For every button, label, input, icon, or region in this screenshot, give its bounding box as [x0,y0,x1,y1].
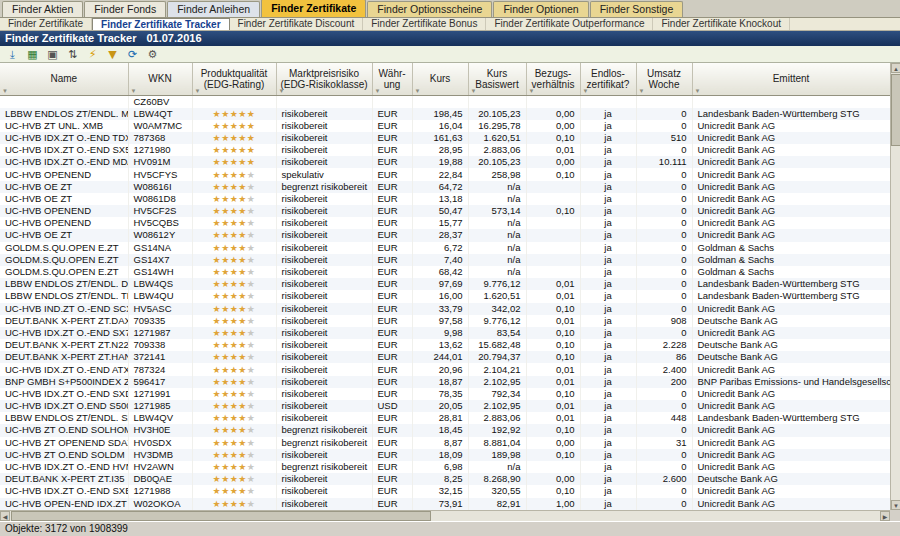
column-header-emittent[interactable]: Emittent▼ [692,63,890,95]
vertical-scroll-thumb[interactable] [891,74,900,146]
table-row[interactable]: DEUT.BANK X-PERT ZT.HANG372141★★★★★risik… [0,351,890,363]
column-header-cur[interactable]: Währ- ung▼ [372,63,412,95]
table-row[interactable]: UC-HVB ZT OPENEND SDAXIHV0SDX★★★★★begren… [0,437,890,449]
primary-tab-finder-aktien[interactable]: Finder Aktien [2,1,83,17]
primary-tab-finder-anleihen[interactable]: Finder Anleihen [167,1,260,17]
table-row[interactable]: UC-HVB IDX.ZT O.-END SX5E1271980★★★★★ris… [0,144,890,156]
table-row[interactable]: UC-HVB OPEN-END IDX.ZTW02OKOA★★★★★risiko… [0,498,890,510]
table-row[interactable]: UC-HVB IDX.ZT O.END S5001271985★★★★★risi… [0,400,890,412]
scroll-left-icon[interactable]: ◀ [0,511,10,521]
table-row[interactable]: LBBW ENDLOS ZT/ENDL. SX5ELBW4QV★★★★★risi… [0,412,890,424]
cell-basis: n/a [468,461,526,473]
sort-icon[interactable]: ⇅ [64,47,81,62]
table-row[interactable]: UC-HVB IND.ZT O.-END SCXTHV5ASC★★★★★risi… [0,303,890,315]
cell-kurs: 8,87 [412,437,468,449]
table-row[interactable]: DEUT.BANK X-PERT ZT.N225709338★★★★★risik… [0,339,890,351]
sort-arrow-icon[interactable]: ▼ [375,88,381,94]
sort-arrow-icon[interactable]: ▼ [131,88,137,94]
table-row[interactable]: CZ60BV [0,95,890,108]
table-row[interactable]: UC-HVB IDX.ZT O.-END TDXP787368★★★★★risi… [0,132,890,144]
sort-arrow-icon[interactable]: ▼ [583,88,589,94]
column-header-umsatz[interactable]: Umsatz Woche▼ [636,63,692,95]
sort-arrow-icon[interactable]: ▼ [415,88,421,94]
column-header-name[interactable]: Name▼ [0,63,128,95]
column-header-basis[interactable]: Kurs Basiswert▼ [468,63,526,95]
table-row[interactable]: GOLDM.S.QU.OPEN E.ZTGS14X7★★★★★risikober… [0,254,890,266]
table-row[interactable]: UC-HVB ZT O.END SOLHOMEHV3H0E★★★★★begren… [0,424,890,436]
settings-icon[interactable]: ⚙ [144,47,161,62]
sort-arrow-icon[interactable]: ▼ [471,88,477,94]
primary-tab-finder-optionsscheine[interactable]: Finder Optionsscheine [367,1,492,17]
table-row[interactable]: UC-HVB IDX.ZT O.-END MDAXHV091M★★★★★risi… [0,156,890,168]
table-row[interactable]: LBBW ENDLOS ZT/ENDL. MDAXLBW4QT★★★★★risi… [0,108,890,120]
primary-tab-finder-sonstige[interactable]: Finder Sonstige [590,1,684,17]
table-row[interactable]: LBBW ENDLOS ZT/ENDL. TDXPLBW4QU★★★★★risi… [0,290,890,302]
sort-arrow-icon[interactable]: ▼ [695,88,701,94]
cell-cur: EUR [372,290,412,302]
star-filled-icon: ★ [213,182,222,192]
excel-export-icon[interactable]: ▦ [24,47,41,62]
table-row[interactable]: UC-HVB IDX.ZT O.-END SX7E1271987★★★★★ris… [0,327,890,339]
table-row[interactable]: UC-HVB IDX.ZT O.-END SXDE1271991★★★★★ris… [0,388,890,400]
scroll-right-icon[interactable]: ▶ [880,511,890,521]
vertical-scrollbar[interactable]: ▲ ▼ [890,63,900,510]
table-row[interactable]: UC-HVB ZT O.END SOLDMHV3DMB★★★★★risikobe… [0,449,890,461]
secondary-tab-finder-zertifikate-discount[interactable]: Finder Zertifikate Discount [230,18,364,30]
table-row[interactable]: DEUT.BANK X-PERT ZT.DAX709335★★★★★risiko… [0,315,890,327]
table-row[interactable]: BNP GMBH S+P500INDEX ZT.596417★★★★★risik… [0,376,890,388]
primary-tab-finder-fonds[interactable]: Finder Fonds [84,1,166,17]
table-row[interactable]: LBBW ENDLOS ZT/ENDL. DAXLBW4QS★★★★★risik… [0,278,890,290]
export-icon[interactable]: ⤓ [4,47,21,62]
horizontal-scrollbar[interactable]: ◀ ▶ [0,510,890,521]
sort-arrow-icon[interactable]: ▼ [279,88,285,94]
column-header-risk[interactable]: Marktpreisrisiko (EDG-Risikoklasse)▼ [276,63,372,95]
sort-arrow-icon[interactable]: ▼ [195,88,201,94]
secondary-tab-finder-zertifikate-knockout[interactable]: Finder Zertifikate Knockout [653,18,790,30]
table-row[interactable]: UC-HVB OPENENDHV5CQBS★★★★★risikobereitEU… [0,217,890,229]
column-header-wkn[interactable]: WKN▼ [128,63,192,95]
star-filled-icon: ★ [213,413,222,423]
secondary-tab-finder-zertifikate-tracker[interactable]: Finder Zertifikate Tracker [92,18,230,30]
table-row[interactable]: UC-HVB IDX.ZT O.-END HVNIHV2AWN★★★★★begr… [0,461,890,473]
table-row[interactable]: UC-HVB OPENENDHV5CFYS★★★★★spekulativEUR2… [0,168,890,180]
cell-endlos: ja [580,120,636,132]
sort-arrow-icon[interactable]: ▼ [639,88,645,94]
table-row[interactable]: UC-HVB IDX.ZT O.-END SXBP1271988★★★★★ris… [0,485,890,497]
cell-emittent: Unicredit Bank AG [692,181,890,193]
scroll-up-icon[interactable]: ▲ [891,63,900,73]
table-row[interactable]: UC-HVB OE ZTW08612Y★★★★★risikobereitEUR2… [0,229,890,241]
primary-tab-finder-zertifikate[interactable]: Finder Zertifikate [261,0,366,17]
copy-icon[interactable]: ▣ [44,47,61,62]
scroll-down-icon[interactable]: ▼ [891,500,900,510]
table-row[interactable]: DEUT.BANK X-PERT ZT.I35DB0QAE★★★★★risiko… [0,473,890,485]
star-empty-icon: ★ [247,291,256,301]
table-row[interactable]: GOLDM.S.QU.OPEN E.ZTGS14NA★★★★★risikober… [0,242,890,254]
cell-wkn: W02OKOA [128,498,192,510]
column-header-endlos[interactable]: Endlos- zertifikat?▼ [580,63,636,95]
star-filled-icon: ★ [238,230,247,240]
column-header-kurs[interactable]: Kurs▼ [412,63,468,95]
secondary-tab-finder-zertifikate-bonus[interactable]: Finder Zertifikate Bonus [363,18,486,30]
column-header-bezug[interactable]: Bezugs- verhältnis▼ [526,63,580,95]
cell-endlos: ja [580,376,636,388]
cell-rating: ★★★★★ [192,193,276,205]
cell-basis: 189,98 [468,449,526,461]
secondary-tab-finder-zertifikate[interactable]: Finder Zertifikate [0,18,92,30]
secondary-tab-finder-zertifikate-outperformance[interactable]: Finder Zertifikate Outperformance [486,18,653,30]
horizontal-scroll-thumb[interactable] [11,511,431,521]
table-row[interactable]: GOLDM.S.QU.OPEN E.ZTGS14WH★★★★★risikober… [0,266,890,278]
table-row[interactable]: UC-HVB IDX.ZT O.-END ATX787324★★★★★risik… [0,363,890,375]
filter-icon[interactable]: ▼ [104,47,121,62]
lightning-icon[interactable]: ⚡ [84,47,101,62]
column-header-rating[interactable]: Produktqualität (EDG-Rating)▼ [192,63,276,95]
sort-arrow-icon[interactable]: ▼ [529,88,535,94]
sort-arrow-icon[interactable]: ▼ [2,88,8,94]
refresh-icon[interactable]: ⟳ [124,47,141,62]
cell-wkn: 1271988 [128,485,192,497]
primary-tab-finder-optionen[interactable]: Finder Optionen [493,1,588,17]
table-row[interactable]: UC-HVB OE ZTW0861D8★★★★★risikobereitEUR1… [0,193,890,205]
table-row[interactable]: UC-HVB ZT UNL. XMBW0AM7MC★★★★★risikobere… [0,120,890,132]
star-filled-icon: ★ [221,304,230,314]
table-row[interactable]: UC-HVB OPENENDHV5CF2S★★★★★risikobereitEU… [0,205,890,217]
table-row[interactable]: UC-HVB OE ZTW08616I★★★★★begrenzt risikob… [0,181,890,193]
